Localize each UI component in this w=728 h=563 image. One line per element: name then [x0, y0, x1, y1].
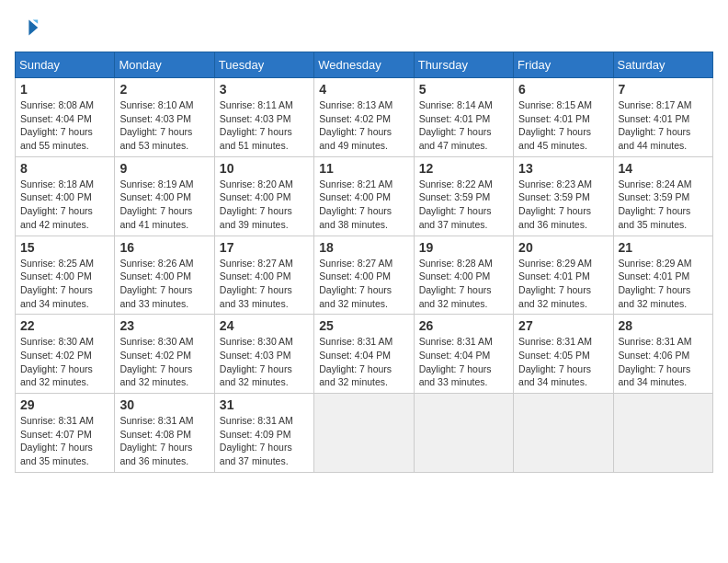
day-info: Sunrise: 8:26 AMSunset: 4:00 PMDaylight:… — [119, 257, 209, 311]
day-number: 21 — [619, 240, 708, 255]
day-number: 23 — [119, 318, 209, 333]
day-info: Sunrise: 8:25 AMSunset: 4:00 PMDaylight:… — [20, 257, 109, 311]
calendar-day-cell: 8Sunrise: 8:18 AMSunset: 4:00 PMDaylight… — [16, 156, 115, 236]
calendar-day-cell: 22Sunrise: 8:30 AMSunset: 4:02 PMDayligh… — [16, 315, 115, 394]
day-info: Sunrise: 8:29 AMSunset: 4:01 PMDaylight:… — [619, 257, 708, 311]
weekday-header: Saturday — [613, 52, 712, 78]
calendar-day-cell: 3Sunrise: 8:11 AMSunset: 4:03 PMDaylight… — [214, 78, 313, 157]
day-info: Sunrise: 8:20 AMSunset: 4:00 PMDaylight:… — [220, 178, 309, 232]
day-number: 29 — [20, 397, 109, 412]
calendar-day-cell: 6Sunrise: 8:15 AMSunset: 4:01 PMDaylight… — [514, 78, 613, 157]
day-info: Sunrise: 8:17 AMSunset: 4:01 PMDaylight:… — [619, 98, 708, 153]
calendar-day-cell: 24Sunrise: 8:30 AMSunset: 4:03 PMDayligh… — [214, 315, 313, 394]
calendar-day-cell: 4Sunrise: 8:13 AMSunset: 4:02 PMDaylight… — [314, 78, 414, 157]
calendar-day-cell — [514, 394, 613, 473]
day-number: 19 — [419, 240, 508, 255]
day-number: 9 — [119, 161, 209, 176]
day-info: Sunrise: 8:27 AMSunset: 4:00 PMDaylight:… — [220, 257, 309, 311]
calendar-day-cell: 30Sunrise: 8:31 AMSunset: 4:08 PMDayligh… — [115, 394, 214, 473]
calendar-week-row: 29Sunrise: 8:31 AMSunset: 4:07 PMDayligh… — [16, 394, 713, 473]
calendar-day-cell: 17Sunrise: 8:27 AMSunset: 4:00 PMDayligh… — [214, 236, 313, 315]
calendar-day-cell — [314, 394, 414, 473]
svg-marker-1 — [33, 20, 39, 24]
day-info: Sunrise: 8:30 AMSunset: 4:02 PMDaylight:… — [20, 335, 109, 389]
day-info: Sunrise: 8:10 AMSunset: 4:03 PMDaylight:… — [119, 98, 209, 153]
day-info: Sunrise: 8:23 AMSunset: 3:59 PMDaylight:… — [518, 178, 608, 232]
day-number: 2 — [119, 82, 209, 97]
day-info: Sunrise: 8:21 AMSunset: 4:00 PMDaylight:… — [319, 178, 408, 232]
calendar-day-cell: 11Sunrise: 8:21 AMSunset: 4:00 PMDayligh… — [314, 156, 414, 236]
calendar-week-row: 1Sunrise: 8:08 AMSunset: 4:04 PMDaylight… — [16, 78, 713, 157]
calendar-day-cell: 20Sunrise: 8:29 AMSunset: 4:01 PMDayligh… — [514, 236, 613, 315]
weekday-header: Wednesday — [314, 52, 414, 78]
day-number: 8 — [20, 161, 109, 176]
calendar-day-cell: 5Sunrise: 8:14 AMSunset: 4:01 PMDaylight… — [414, 78, 513, 157]
calendar-day-cell: 1Sunrise: 8:08 AMSunset: 4:04 PMDaylight… — [16, 78, 115, 157]
day-number: 14 — [619, 161, 708, 176]
day-number: 12 — [419, 161, 508, 176]
day-info: Sunrise: 8:30 AMSunset: 4:03 PMDaylight:… — [220, 335, 309, 389]
day-number: 20 — [518, 240, 608, 255]
calendar-week-row: 22Sunrise: 8:30 AMSunset: 4:02 PMDayligh… — [16, 315, 713, 394]
calendar-day-cell: 12Sunrise: 8:22 AMSunset: 3:59 PMDayligh… — [414, 156, 513, 236]
day-info: Sunrise: 8:24 AMSunset: 3:59 PMDaylight:… — [619, 178, 708, 232]
calendar-day-cell: 9Sunrise: 8:19 AMSunset: 4:00 PMDaylight… — [115, 156, 214, 236]
day-number: 7 — [619, 82, 708, 97]
day-info: Sunrise: 8:31 AMSunset: 4:08 PMDaylight:… — [119, 414, 209, 468]
day-info: Sunrise: 8:31 AMSunset: 4:04 PMDaylight:… — [419, 335, 508, 389]
day-info: Sunrise: 8:29 AMSunset: 4:01 PMDaylight:… — [518, 257, 608, 311]
weekday-header: Thursday — [414, 52, 513, 78]
calendar-day-cell: 15Sunrise: 8:25 AMSunset: 4:00 PMDayligh… — [16, 236, 115, 315]
calendar-day-cell: 23Sunrise: 8:30 AMSunset: 4:02 PMDayligh… — [115, 315, 214, 394]
day-number: 16 — [119, 240, 209, 255]
calendar-day-cell: 31Sunrise: 8:31 AMSunset: 4:09 PMDayligh… — [214, 394, 313, 473]
day-number: 24 — [220, 318, 309, 333]
day-number: 18 — [319, 240, 408, 255]
day-number: 30 — [119, 397, 209, 412]
day-number: 1 — [20, 82, 109, 97]
calendar-day-cell: 19Sunrise: 8:28 AMSunset: 4:00 PMDayligh… — [414, 236, 513, 315]
day-number: 10 — [220, 161, 309, 176]
calendar-day-cell: 10Sunrise: 8:20 AMSunset: 4:00 PMDayligh… — [214, 156, 313, 236]
day-info: Sunrise: 8:08 AMSunset: 4:04 PMDaylight:… — [20, 98, 109, 153]
calendar-day-cell: 25Sunrise: 8:31 AMSunset: 4:04 PMDayligh… — [314, 315, 414, 394]
calendar-day-cell: 14Sunrise: 8:24 AMSunset: 3:59 PMDayligh… — [613, 156, 712, 236]
day-number: 17 — [220, 240, 309, 255]
day-number: 3 — [220, 82, 309, 97]
logo — [15, 15, 44, 40]
day-info: Sunrise: 8:31 AMSunset: 4:05 PMDaylight:… — [518, 335, 608, 389]
calendar-day-cell — [613, 394, 712, 473]
weekday-header: Friday — [514, 52, 613, 78]
calendar-week-row: 8Sunrise: 8:18 AMSunset: 4:00 PMDaylight… — [16, 156, 713, 236]
weekday-header: Tuesday — [214, 52, 313, 78]
calendar-day-cell: 13Sunrise: 8:23 AMSunset: 3:59 PMDayligh… — [514, 156, 613, 236]
day-info: Sunrise: 8:30 AMSunset: 4:02 PMDaylight:… — [119, 335, 209, 389]
day-number: 28 — [619, 318, 708, 333]
day-number: 27 — [518, 318, 608, 333]
day-number: 31 — [220, 397, 309, 412]
day-info: Sunrise: 8:31 AMSunset: 4:09 PMDaylight:… — [220, 414, 309, 468]
day-number: 11 — [319, 161, 408, 176]
calendar-week-row: 15Sunrise: 8:25 AMSunset: 4:00 PMDayligh… — [16, 236, 713, 315]
calendar-day-cell: 2Sunrise: 8:10 AMSunset: 4:03 PMDaylight… — [115, 78, 214, 157]
calendar-day-cell: 16Sunrise: 8:26 AMSunset: 4:00 PMDayligh… — [115, 236, 214, 315]
day-number: 4 — [319, 82, 408, 97]
day-info: Sunrise: 8:31 AMSunset: 4:07 PMDaylight:… — [20, 414, 109, 468]
day-info: Sunrise: 8:11 AMSunset: 4:03 PMDaylight:… — [220, 98, 309, 153]
calendar-header-row: SundayMondayTuesdayWednesdayThursdayFrid… — [16, 52, 713, 78]
weekday-header: Sunday — [16, 52, 115, 78]
calendar-day-cell: 18Sunrise: 8:27 AMSunset: 4:00 PMDayligh… — [314, 236, 414, 315]
day-info: Sunrise: 8:22 AMSunset: 3:59 PMDaylight:… — [419, 178, 508, 232]
day-info: Sunrise: 8:19 AMSunset: 4:00 PMDaylight:… — [119, 178, 209, 232]
calendar-day-cell — [414, 394, 513, 473]
day-info: Sunrise: 8:28 AMSunset: 4:00 PMDaylight:… — [419, 257, 508, 311]
weekday-header: Monday — [115, 52, 214, 78]
day-info: Sunrise: 8:13 AMSunset: 4:02 PMDaylight:… — [319, 98, 408, 153]
day-info: Sunrise: 8:18 AMSunset: 4:00 PMDaylight:… — [20, 178, 109, 232]
day-info: Sunrise: 8:15 AMSunset: 4:01 PMDaylight:… — [518, 98, 608, 153]
page-header — [15, 15, 713, 40]
day-info: Sunrise: 8:27 AMSunset: 4:00 PMDaylight:… — [319, 257, 408, 311]
calendar-table: SundayMondayTuesdayWednesdayThursdayFrid… — [15, 52, 713, 473]
calendar-day-cell: 26Sunrise: 8:31 AMSunset: 4:04 PMDayligh… — [414, 315, 513, 394]
logo-icon — [15, 15, 40, 40]
